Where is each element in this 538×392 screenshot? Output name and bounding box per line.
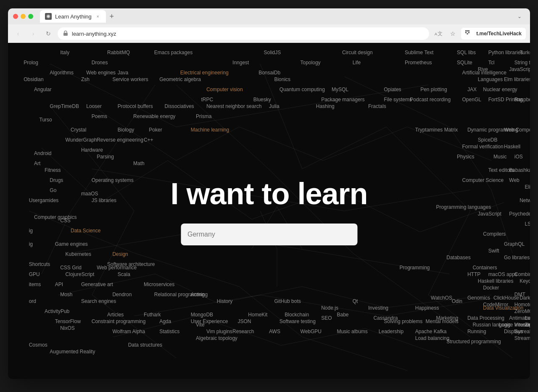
topic-label: Nearest neighbor search — [206, 103, 261, 109]
topic-label: ord — [29, 298, 36, 304]
topic-label: Keychain — [520, 278, 530, 284]
tab-close-button[interactable]: × — [95, 13, 101, 19]
topic-label: Tcl — [488, 60, 495, 66]
topic-label: ActivityPub — [45, 308, 69, 314]
topic-label: Inngest — [232, 60, 249, 66]
traffic-light-green[interactable] — [28, 14, 33, 19]
topic-label: Data Processing — [467, 315, 504, 321]
topic-label: Nuclear energy — [483, 87, 517, 92]
topic-label: MongoDB — [191, 312, 213, 318]
topic-label: Rive — [478, 66, 488, 72]
bookmark-button[interactable]: ☆ — [447, 28, 459, 39]
topic-label: Protocol buffers — [118, 103, 153, 109]
hero-title: I want to learn — [170, 176, 367, 211]
topic-label: Viruses — [514, 322, 530, 328]
topic-label: Internationalization — [514, 322, 530, 328]
topic-label: JSON — [237, 318, 251, 324]
topic-label: Python libraries — [488, 50, 523, 55]
topic-label: Swift — [488, 248, 499, 254]
topic-label: Research — [232, 329, 254, 334]
topic-label: iOS — [514, 154, 523, 160]
topic-label: Poems — [92, 113, 107, 119]
topic-label: Computer graphics — [34, 214, 76, 220]
topic-label: Futhark — [144, 312, 161, 318]
topic-label: NixOS — [60, 325, 75, 331]
topic-label: CSS — [60, 218, 71, 224]
topic-label: TensorFlow — [55, 318, 81, 324]
topic-label: HTTP — [467, 271, 480, 277]
traffic-light-red[interactable] — [13, 14, 18, 19]
topic-label: DMT — [514, 292, 525, 297]
topic-label: Elm libraries — [504, 76, 530, 82]
topic-label: Usergamides — [29, 197, 59, 203]
topic-label: Prisma — [196, 113, 211, 119]
topic-label: Augumented Reality — [50, 349, 95, 355]
back-button[interactable]: ‹ — [12, 28, 24, 39]
browser-titlebar: Learn Anything × + ⌄ — [8, 8, 530, 24]
topic-label: RabbitMQ — [107, 50, 130, 55]
topic-label: JAX — [467, 87, 477, 92]
topic-label: Containers — [472, 265, 497, 271]
topic-label: Node.js — [321, 305, 338, 311]
topic-label: Julia — [269, 103, 280, 109]
topic-label: WebGPU — [301, 329, 322, 334]
search-input[interactable] — [187, 231, 351, 238]
telegram-icon — [465, 29, 474, 38]
tab-overflow-button[interactable]: ⌄ — [514, 12, 525, 21]
topic-label: Reverse engineering — [97, 137, 143, 143]
topic-label: Psychedelics — [509, 211, 530, 217]
topic-label: Odin — [452, 298, 462, 304]
translate-button[interactable]: A 文 — [433, 28, 444, 39]
topic-label: Search engines — [81, 298, 116, 304]
topic-label: Combinatorial optimization — [514, 271, 530, 277]
forward-button[interactable]: › — [27, 28, 39, 39]
address-bar[interactable]: learn-anything.xyz — [58, 27, 429, 40]
topic-label: tRPC — [201, 97, 214, 103]
topic-label: Machine learning — [191, 127, 229, 133]
topic-label: Java — [118, 70, 128, 76]
topic-label: Apache Kafka — [415, 329, 447, 334]
topic-label: Mental models — [426, 318, 459, 324]
topic-label: Angular — [34, 87, 51, 92]
topic-label: Languages — [478, 76, 503, 82]
topic-label: Service workers — [112, 76, 148, 82]
topic-label: Leadership — [379, 329, 404, 334]
svg-text:文: 文 — [438, 31, 442, 37]
topic-label: Generative art — [81, 282, 113, 287]
topic-label: Topology — [301, 60, 321, 66]
topic-label: Russian language — [472, 322, 513, 328]
topic-label: Turso — [40, 117, 52, 123]
topic-label: Homotopy theory — [514, 302, 530, 308]
topic-label: GrepTimeDB — [50, 103, 79, 109]
topic-label: Formal verification — [462, 144, 504, 150]
topic-label: Elixir — [525, 184, 530, 190]
telegram-badge[interactable]: t.me/TechLiveHack — [461, 28, 526, 39]
topic-label: Turkey — [520, 50, 530, 55]
topic-label: Dissociatives — [165, 103, 194, 109]
new-tab-button[interactable]: + — [106, 11, 118, 22]
topic-label: Haskell — [504, 144, 520, 150]
topic-label: BonsaiDb — [258, 70, 280, 76]
topic-label: Dendron — [112, 292, 132, 297]
tab-bar: Learn Anything × + — [40, 10, 511, 23]
topic-label: Microservices — [144, 282, 174, 287]
topic-label: SEO — [321, 315, 332, 321]
topic-label: FortSD Printing — [488, 97, 523, 103]
refresh-button[interactable]: ↻ — [42, 28, 54, 39]
topic-label: Acting — [191, 292, 205, 297]
topic-label: MySQL — [332, 87, 348, 92]
topic-label: Web Components — [504, 127, 530, 133]
topic-label: Physics — [457, 154, 474, 160]
topic-label: Wolfram Alpha — [112, 329, 145, 334]
topic-label: Relational programming — [154, 292, 208, 297]
traffic-light-yellow[interactable] — [21, 14, 26, 19]
security-icon — [63, 30, 69, 37]
active-tab[interactable]: Learn Anything × — [40, 10, 106, 23]
topic-label: Game engines — [55, 241, 88, 247]
toolbar-right: A 文 ☆ t.me/TechLiveHack — [433, 28, 526, 39]
svg-text:A: A — [435, 32, 437, 36]
svg-rect-6 — [467, 30, 468, 32]
topic-label: Raspberry Pi — [514, 97, 530, 103]
topic-label: Stream processing — [514, 335, 530, 341]
topic-label: CodeMirror — [483, 302, 508, 308]
